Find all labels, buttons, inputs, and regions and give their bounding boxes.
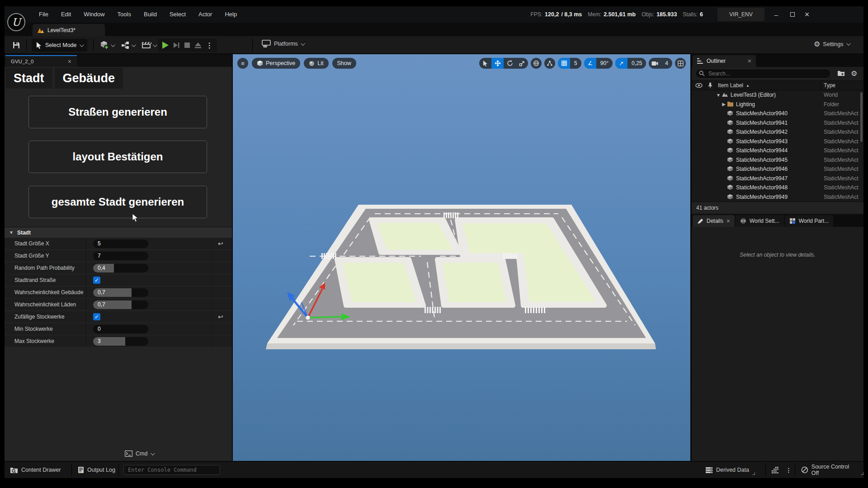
search-input[interactable] [695, 69, 831, 79]
view-mode-dropdown[interactable]: Lit [304, 58, 328, 69]
slider-random-path-probability[interactable]: 0,4 [93, 264, 148, 272]
checkbox-zuf-llige-stockwerke[interactable]: ✓ [93, 313, 100, 320]
menu-file[interactable]: File [33, 6, 55, 23]
tab-world-part[interactable]: World Part... [785, 215, 833, 227]
number-field-min-stockwerke[interactable]: 0 [93, 325, 148, 333]
gizmo-origin[interactable] [306, 316, 310, 320]
reset-to-default-icon[interactable]: ↩ [218, 313, 223, 320]
scale-tool[interactable] [516, 58, 528, 69]
menu-window[interactable]: Window [77, 6, 111, 23]
statusbar-kebab-icon[interactable]: ⋮ [786, 462, 792, 478]
outliner-scrollbar[interactable] [860, 92, 863, 142]
content-drawer-button[interactable]: Content Drawer [10, 462, 61, 478]
unreal-logo-icon[interactable]: U [7, 13, 26, 32]
console-command-input[interactable] [123, 465, 220, 475]
grid-snap-control[interactable]: 5 [558, 58, 581, 69]
outliner-row-leveltest3-editor[interactable]: ▼LevelTest3 (Editor)World [692, 90, 863, 100]
world-local-space-toggle[interactable] [531, 58, 542, 69]
play-button[interactable] [162, 42, 169, 49]
move-tool[interactable] [491, 58, 504, 69]
outliner-row-staticmeshactor9946[interactable]: StaticMeshActor9946StaticMeshAct [692, 164, 863, 174]
maximize-button[interactable] [786, 6, 799, 23]
viewport-canvas[interactable]: ≡ Perspective Lit Show [233, 54, 690, 461]
viewport-options-menu[interactable]: ≡ [237, 58, 248, 69]
outliner-row-staticmeshactor9949[interactable]: StaticMeshActor9949StaticMeshAct [692, 192, 863, 202]
column-item-label[interactable]: Item Label ▲ [718, 82, 750, 89]
create-folder-icon[interactable] [837, 70, 845, 76]
confirm-layout-button[interactable]: layout Bestätigen [28, 141, 207, 173]
camera-mode-dropdown[interactable]: Perspective [252, 58, 300, 69]
select-mode-dropdown[interactable]: Select Mode [32, 39, 87, 52]
number-field-stadt-gr-e-x[interactable]: 5 [93, 239, 148, 248]
outliner-row-staticmeshactor9945[interactable]: StaticMeshActor9945StaticMeshAct [692, 155, 863, 165]
stop-button[interactable] [184, 42, 190, 48]
rotation-snap-control[interactable]: ∠ 90° [584, 58, 613, 69]
mode-button-stadt[interactable]: Stadt [5, 68, 52, 89]
outliner-row-staticmeshactor9947[interactable]: StaticMeshActor9947StaticMeshAct [692, 174, 863, 183]
generate-streets-button[interactable]: Straßen generieren [28, 96, 207, 128]
close-button[interactable]: × [800, 6, 814, 23]
outliner-row-staticmeshactor9944[interactable]: StaticMeshActor9944StaticMeshAct [692, 146, 863, 155]
save-button[interactable] [12, 40, 21, 51]
expand-icon[interactable]: ▶ [722, 102, 726, 107]
surface-snapping-toggle[interactable] [544, 58, 555, 69]
play-options-kebab-icon[interactable]: ⋮ [206, 41, 213, 50]
column-type-label[interactable]: Type [824, 82, 835, 89]
menu-actor[interactable]: Actor [192, 6, 218, 23]
add-actor-button[interactable] [99, 40, 114, 51]
slider-max-stockwerke[interactable]: 3 [93, 337, 148, 346]
tab-world-sett[interactable]: World Sett... [736, 215, 784, 227]
tab-outliner[interactable]: Outliner × [693, 55, 756, 67]
collapse-icon[interactable]: ▼ [716, 93, 721, 98]
outliner-settings-gear-icon[interactable]: ⚙ [851, 69, 857, 78]
show-flags-dropdown[interactable]: Show [332, 58, 356, 69]
rotate-tool[interactable] [504, 58, 516, 69]
tab-gvu-2-0[interactable]: GVU_2_0 × [5, 55, 77, 67]
pin-icon[interactable] [708, 82, 712, 89]
generate-city-button[interactable]: gesamte Stadt generieren [28, 186, 207, 218]
cinematics-button[interactable] [142, 40, 156, 51]
eject-button[interactable] [194, 42, 202, 48]
menu-edit[interactable]: Edit [55, 6, 77, 23]
outliner-row-staticmeshactor9943[interactable]: StaticMeshActor9943StaticMeshAct [692, 137, 863, 146]
tab-leveltest3[interactable]: LevelTest3* [33, 24, 105, 36]
visibility-eye-icon[interactable] [695, 83, 703, 88]
scale-snap-control[interactable]: ↗ 0,25 [615, 58, 646, 69]
outliner-row-staticmeshactor9942[interactable]: StaticMeshActor9942StaticMeshAct [692, 127, 863, 137]
slider-wahrscheinlichkeit-geb-ude[interactable]: 0,7 [93, 288, 148, 297]
cmd-dropdown[interactable]: Cmd [125, 446, 154, 462]
outliner-row-lighting[interactable]: ▶LightingFolder [692, 100, 863, 109]
tab-details[interactable]: Details× [693, 215, 735, 227]
menu-select[interactable]: Select [163, 6, 192, 23]
outliner-row-staticmeshactor9940[interactable]: StaticMeshActor9940StaticMeshAct [692, 109, 863, 118]
actor-label: StaticMeshActor9940 [736, 110, 788, 117]
menu-build[interactable]: Build [137, 6, 163, 23]
source-control-button[interactable]: Source Control Off [801, 462, 863, 478]
slider-wahrscheinlichkeit-l-den[interactable]: 0,7 [93, 300, 148, 309]
menu-tools[interactable]: Tools [111, 6, 137, 23]
slash-circle-icon [801, 466, 808, 474]
close-icon[interactable]: × [726, 217, 730, 225]
derived-data-button[interactable]: Derived Data [705, 462, 755, 478]
outliner-row-staticmeshactor9941[interactable]: StaticMeshActor9941StaticMeshAct [692, 118, 863, 128]
number-field-stadt-gr-e-y[interactable]: 7 [93, 252, 148, 260]
platforms-dropdown[interactable]: Platforms [261, 40, 304, 48]
blueprints-button[interactable] [121, 40, 135, 51]
mode-button-geb-ude[interactable]: Gebäude [55, 68, 123, 89]
field-value: 5 [98, 240, 101, 248]
menu-help[interactable]: Help [218, 6, 243, 23]
close-icon[interactable]: × [68, 58, 71, 65]
skip-frame-button[interactable] [173, 42, 180, 49]
property-section-header[interactable]: ▼ Stadt [5, 227, 232, 238]
outliner-row-staticmeshactor9948[interactable]: StaticMeshActor9948StaticMeshAct [692, 183, 863, 192]
output-log-button[interactable]: Output Log [78, 462, 115, 478]
minimize-button[interactable]: – [769, 6, 783, 23]
viewport-layout-button[interactable] [675, 58, 686, 69]
insights-button[interactable] [772, 462, 778, 478]
reset-to-default-icon[interactable]: ↩ [218, 240, 223, 247]
camera-speed-control[interactable]: 4 [649, 58, 672, 69]
settings-dropdown[interactable]: ⚙ Settings [814, 40, 849, 48]
checkbox-stadtrand-stra-e[interactable]: ✓ [93, 277, 100, 284]
select-tool[interactable] [479, 58, 491, 69]
close-icon[interactable]: × [748, 57, 751, 65]
